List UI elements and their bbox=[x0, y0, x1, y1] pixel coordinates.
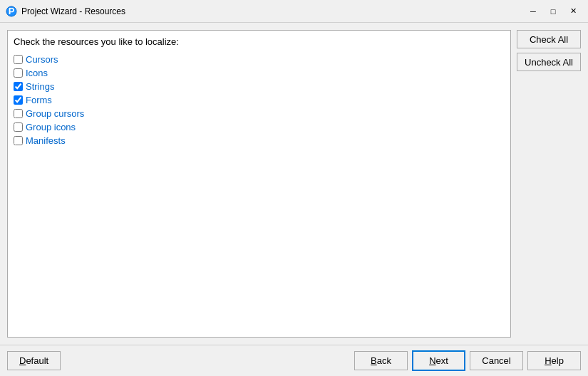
help-button[interactable]: Help bbox=[527, 351, 581, 370]
back-label: Back bbox=[371, 355, 391, 366]
help-label: Help bbox=[545, 355, 564, 366]
checkbox-label-forms[interactable]: Forms bbox=[26, 95, 52, 105]
checkbox-label-icons[interactable]: Icons bbox=[26, 68, 48, 78]
checkbox-label-group-cursors[interactable]: Group cursors bbox=[26, 108, 84, 119]
check-all-button[interactable]: Check All bbox=[517, 30, 581, 48]
checkbox-group-cursors[interactable] bbox=[14, 109, 23, 118]
checkbox-item-icons: Icons bbox=[14, 68, 505, 78]
minimize-button[interactable]: ─ bbox=[524, 4, 542, 19]
checkbox-forms[interactable] bbox=[14, 95, 23, 105]
main-content: Check the resources you like to localize… bbox=[0, 23, 588, 345]
resources-panel: Check the resources you like to localize… bbox=[7, 30, 511, 338]
checkbox-item-group-icons: Group icons bbox=[14, 122, 505, 132]
checkbox-list: CursorsIconsStringsFormsGroup cursorsGro… bbox=[14, 54, 505, 146]
bottom-bar: Default Back Next Cancel Help bbox=[0, 345, 588, 376]
instruction-text: Check the resources you like to localize… bbox=[14, 36, 505, 47]
svg-text:P: P bbox=[9, 6, 15, 16]
default-label: Default bbox=[19, 355, 48, 366]
window-title: Project Wizard - Resources bbox=[21, 6, 524, 16]
uncheck-all-button[interactable]: Uncheck All bbox=[517, 53, 581, 71]
checkbox-item-forms: Forms bbox=[14, 95, 505, 105]
checkbox-label-manifests[interactable]: Manifests bbox=[26, 135, 66, 146]
maximize-button[interactable]: □ bbox=[544, 4, 562, 19]
checkbox-item-group-cursors: Group cursors bbox=[14, 108, 505, 119]
checkbox-cursors[interactable] bbox=[14, 55, 23, 64]
checkbox-item-strings: Strings bbox=[14, 81, 505, 92]
window-controls: ─ □ ✕ bbox=[524, 4, 582, 19]
app-icon: P bbox=[6, 6, 17, 17]
checkbox-label-strings[interactable]: Strings bbox=[26, 81, 54, 92]
checkbox-label-group-icons[interactable]: Group icons bbox=[26, 122, 76, 132]
checkbox-strings[interactable] bbox=[14, 82, 23, 91]
default-button[interactable]: Default bbox=[7, 351, 61, 370]
checkbox-item-cursors: Cursors bbox=[14, 54, 505, 65]
next-button[interactable]: Next bbox=[412, 350, 465, 371]
checkbox-label-cursors[interactable]: Cursors bbox=[26, 54, 58, 65]
next-label: Next bbox=[429, 355, 448, 366]
back-button[interactable]: Back bbox=[354, 351, 408, 370]
close-button[interactable]: ✕ bbox=[564, 4, 582, 19]
checkbox-icons[interactable] bbox=[14, 68, 23, 78]
checkbox-group-icons[interactable] bbox=[14, 122, 23, 132]
title-bar: P Project Wizard - Resources ─ □ ✕ bbox=[0, 0, 588, 23]
checkbox-item-manifests: Manifests bbox=[14, 135, 505, 146]
checkbox-manifests[interactable] bbox=[14, 136, 23, 145]
side-buttons: Check All Uncheck All bbox=[517, 30, 581, 338]
cancel-button[interactable]: Cancel bbox=[470, 351, 523, 370]
